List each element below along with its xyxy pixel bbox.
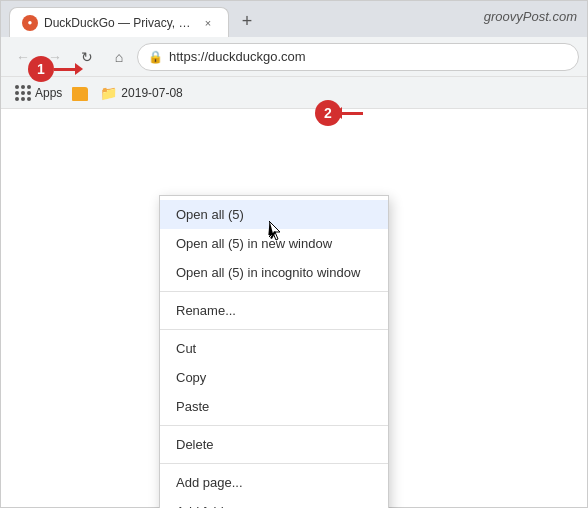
tab-bar: DuckDuckGo — Privacy, simplifi... × + gr… — [1, 1, 587, 37]
menu-item-open-all-incognito[interactable]: Open all (5) in incognito window — [160, 258, 388, 287]
menu-separator-4 — [160, 463, 388, 464]
menu-item-rename[interactable]: Rename... — [160, 296, 388, 325]
folder-icon: 📁 — [100, 85, 117, 101]
new-tab-button[interactable]: + — [233, 7, 261, 35]
menu-item-add-folder-label: Add folder... — [176, 504, 245, 508]
menu-item-paste[interactable]: Paste — [160, 392, 388, 421]
apps-label: Apps — [35, 86, 62, 100]
menu-item-delete-label: Delete — [176, 437, 214, 452]
menu-item-open-all-new-window-label: Open all (5) in new window — [176, 236, 332, 251]
apps-grid-icon — [15, 85, 31, 101]
back-button[interactable]: ← — [9, 43, 37, 71]
apps-button[interactable]: Apps — [11, 83, 66, 103]
menu-item-copy-label: Copy — [176, 370, 206, 385]
groovy-post-text: groovyPost.com — [484, 9, 577, 24]
tab-favicon — [22, 15, 38, 31]
bookmark-folder[interactable]: 📁 2019-07-08 — [94, 83, 188, 103]
menu-item-cut[interactable]: Cut — [160, 334, 388, 363]
menu-item-copy[interactable]: Copy — [160, 363, 388, 392]
active-tab[interactable]: DuckDuckGo — Privacy, simplifi... × — [9, 7, 229, 37]
folder-color-swatch — [72, 87, 88, 101]
tab-close-button[interactable]: × — [200, 15, 216, 31]
menu-separator-3 — [160, 425, 388, 426]
browser-window: DuckDuckGo — Privacy, simplifi... × + gr… — [0, 0, 588, 508]
menu-item-cut-label: Cut — [176, 341, 196, 356]
page-content: Open all (5) Open all (5) in new window … — [1, 109, 587, 507]
menu-item-open-all-new-window[interactable]: Open all (5) in new window — [160, 229, 388, 258]
bookmarks-bar: Apps 📁 2019-07-08 — [1, 77, 587, 109]
lock-icon: 🔒 — [148, 50, 163, 64]
menu-item-rename-label: Rename... — [176, 303, 236, 318]
menu-item-paste-label: Paste — [176, 399, 209, 414]
menu-item-open-all-label: Open all (5) — [176, 207, 244, 222]
menu-item-add-folder[interactable]: Add folder... — [160, 497, 388, 508]
reload-button[interactable]: ↻ — [73, 43, 101, 71]
menu-separator-2 — [160, 329, 388, 330]
folder-name: 2019-07-08 — [121, 86, 182, 100]
tab-title: DuckDuckGo — Privacy, simplifi... — [44, 16, 194, 30]
home-button[interactable]: ⌂ — [105, 43, 133, 71]
menu-item-open-all-incognito-label: Open all (5) in incognito window — [176, 265, 360, 280]
address-text: https://duckduckgo.com — [169, 49, 306, 64]
context-menu: Open all (5) Open all (5) in new window … — [159, 195, 389, 508]
forward-button[interactable]: → — [41, 43, 69, 71]
menu-item-add-page[interactable]: Add page... — [160, 468, 388, 497]
menu-item-open-all[interactable]: Open all (5) — [160, 200, 388, 229]
menu-item-delete[interactable]: Delete — [160, 430, 388, 459]
address-bar[interactable]: 🔒 https://duckduckgo.com — [137, 43, 579, 71]
nav-bar: ← → ↻ ⌂ 🔒 https://duckduckgo.com — [1, 37, 587, 77]
menu-item-add-page-label: Add page... — [176, 475, 243, 490]
menu-separator-1 — [160, 291, 388, 292]
